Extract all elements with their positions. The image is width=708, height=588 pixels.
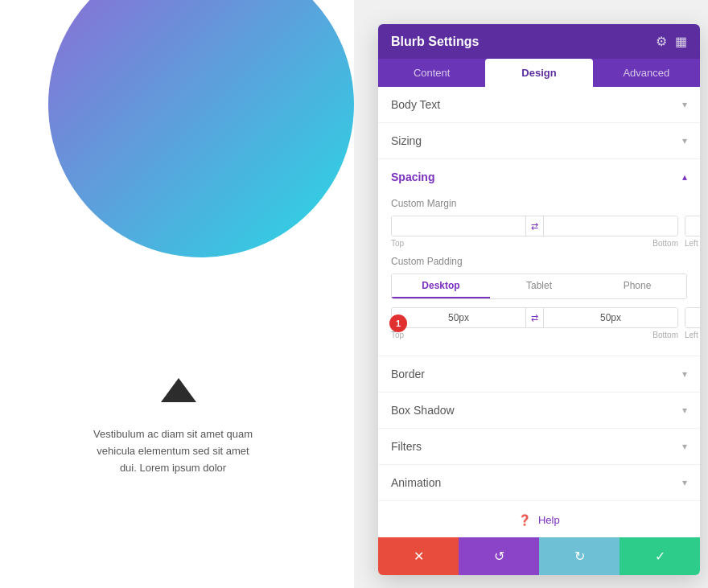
help-row[interactable]: ❓ Help [378, 501, 700, 537]
panel-header-icons: ⚙ ▦ [656, 34, 687, 49]
padding-left-input[interactable] [685, 308, 700, 327]
margin-input-row: ⇄ Top Bottom ⇄ [391, 216, 687, 248]
margin-top-input[interactable] [392, 216, 525, 236]
margin-left-right-linked: ⇄ [685, 216, 700, 236]
spacing-chevron: ▴ [682, 171, 687, 183]
box-shadow-chevron: ▾ [682, 405, 687, 416]
decorative-circle [48, 0, 354, 257]
tab-content[interactable]: Content [378, 59, 485, 87]
sizing-chevron: ▾ [682, 135, 687, 146]
box-shadow-label: Box Shadow [391, 404, 455, 417]
margin-top-sublabel: Top [391, 239, 404, 248]
panel-header: Blurb Settings ⚙ ▦ [378, 24, 700, 59]
padding-left-right-group: ⇄ Left Right [685, 307, 700, 339]
custom-padding-label: Custom Padding [391, 256, 687, 267]
margin-link-icon[interactable]: ⇄ [526, 216, 543, 236]
padding-top-bottom-group: ⇄ Top Bottom [391, 307, 678, 339]
section-sizing[interactable]: Sizing ▾ [378, 123, 700, 159]
margin-bottom-input[interactable] [544, 216, 677, 236]
custom-margin-label: Custom Margin [391, 198, 687, 209]
panel-footer: ✕ ↺ ↻ ✓ [378, 537, 700, 575]
section-filters[interactable]: Filters ▾ [378, 429, 700, 465]
spacing-content: Custom Margin ⇄ Top Bottom [378, 198, 700, 356]
body-text-label: Body Text [391, 98, 440, 111]
panel-tabs: Content Design Advanced [378, 59, 700, 87]
spacing-label: Spacing [391, 171, 434, 183]
blurb-icon [161, 378, 196, 402]
panel-title: Blurb Settings [391, 35, 479, 49]
padding-left-sublabel: Left [685, 331, 698, 339]
margin-left-sublabel: Left [685, 239, 698, 248]
tab-design[interactable]: Design [485, 59, 592, 87]
device-tab-phone[interactable]: Phone [588, 274, 686, 298]
redo-button[interactable]: ↻ [539, 537, 620, 575]
border-label: Border [391, 368, 425, 380]
canvas-area: Vestibulum ac diam sit amet quam vehicul… [0, 0, 354, 588]
animation-chevron: ▾ [682, 477, 687, 488]
device-tab-tablet[interactable]: Tablet [490, 274, 588, 298]
filters-label: Filters [391, 440, 422, 453]
reset-button[interactable]: ↺ [459, 537, 539, 575]
padding-left-right-linked: ⇄ [685, 307, 700, 328]
help-label: Help [538, 514, 560, 526]
panel-body: Body Text ▾ Sizing ▾ Spacing ▴ Custom Ma… [378, 87, 700, 537]
canvas-body-text: Vestibulum ac diam sit amet quam vehicul… [88, 426, 257, 476]
section-border[interactable]: Border ▾ [378, 356, 700, 393]
settings-panel: Blurb Settings ⚙ ▦ Content Design Advanc… [378, 24, 700, 575]
animation-label: Animation [391, 476, 441, 489]
section-spacing[interactable]: Spacing ▴ [378, 159, 700, 195]
device-tab-desktop[interactable]: Desktop [392, 274, 490, 298]
tab-advanced[interactable]: Advanced [593, 59, 700, 87]
sizing-label: Sizing [391, 134, 422, 147]
section-body-text[interactable]: Body Text ▾ [378, 87, 700, 123]
body-text-chevron: ▾ [682, 99, 687, 110]
padding-input-row: 1 ⇄ Top Bottom [391, 307, 687, 339]
cancel-button[interactable]: ✕ [378, 537, 459, 575]
padding-top-input[interactable] [392, 308, 525, 327]
padding-link-icon[interactable]: ⇄ [526, 308, 543, 327]
save-button[interactable]: ✓ [620, 537, 700, 575]
section-animation[interactable]: Animation ▾ [378, 465, 700, 501]
margin-bottom-sublabel: Bottom [652, 239, 678, 248]
badge: 1 [389, 315, 407, 332]
padding-bottom-sublabel: Bottom [652, 331, 678, 339]
device-tabs: Desktop Tablet Phone [391, 273, 687, 299]
section-box-shadow[interactable]: Box Shadow ▾ [378, 393, 700, 429]
border-chevron: ▾ [682, 368, 687, 380]
help-icon: ❓ [518, 514, 531, 526]
padding-top-bottom-linked: ⇄ [391, 307, 678, 328]
margin-top-bottom-linked: ⇄ [391, 216, 678, 236]
margin-left-input[interactable] [685, 216, 700, 236]
margin-left-right-group: ⇄ Left Right [685, 216, 700, 248]
columns-icon[interactable]: ▦ [675, 34, 687, 49]
filters-chevron: ▾ [682, 441, 687, 452]
padding-bottom-input[interactable] [544, 308, 677, 327]
margin-top-bottom-group: ⇄ Top Bottom [391, 216, 678, 248]
settings-icon[interactable]: ⚙ [656, 34, 667, 49]
